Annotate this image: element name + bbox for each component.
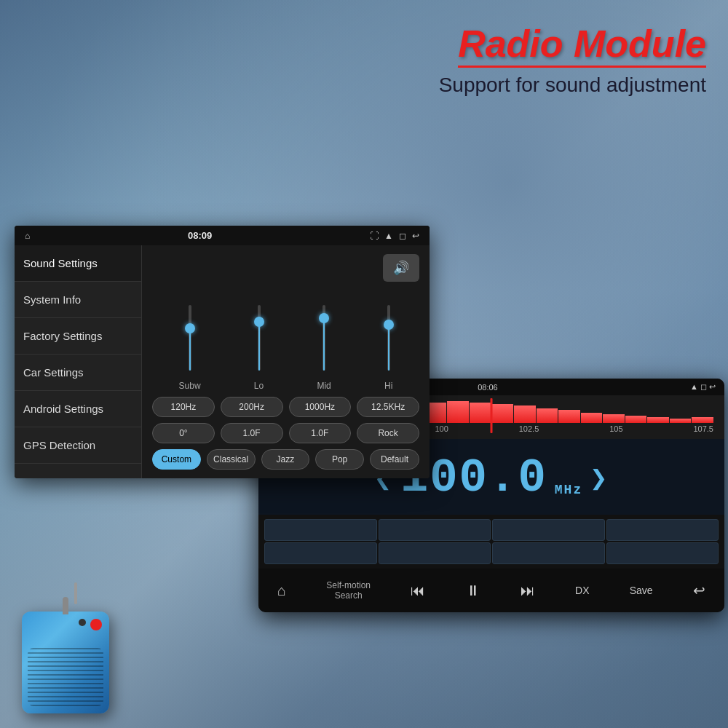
freq-cursor bbox=[491, 398, 493, 433]
home-button[interactable]: ⌂ bbox=[270, 578, 293, 604]
eq-mid: Mid bbox=[317, 305, 331, 391]
default-button[interactable]: Default bbox=[370, 449, 419, 470]
speaker-control-button[interactable] bbox=[79, 619, 86, 626]
freq-1000hz-button[interactable]: 1000Hz bbox=[289, 397, 352, 417]
hi-slider-track[interactable] bbox=[387, 305, 390, 371]
speaker-box bbox=[22, 612, 109, 713]
preset-jazz-button[interactable]: Jazz bbox=[261, 449, 310, 470]
freq-bar-9 bbox=[447, 401, 469, 423]
preset-slot-8[interactable] bbox=[606, 542, 719, 564]
freq-bar-12 bbox=[514, 405, 536, 423]
freq-bar-14 bbox=[558, 410, 580, 423]
freq-buttons-row: 120Hz 200Hz 1000Hz 12.5KHz bbox=[152, 397, 419, 417]
freq-bar-18 bbox=[647, 417, 669, 423]
preset-slot-6[interactable] bbox=[379, 542, 491, 564]
prev-button[interactable]: ⏮ bbox=[403, 578, 432, 604]
preset-classical-button[interactable]: Classical bbox=[207, 449, 256, 470]
next-button[interactable]: ⏭ bbox=[513, 578, 542, 604]
eq-subwoofer: Subw bbox=[179, 305, 201, 391]
setting-rock-button[interactable]: Rock bbox=[357, 423, 419, 443]
speaker-icon: 🔊 bbox=[393, 261, 409, 275]
freq-120hz-button[interactable]: 120Hz bbox=[152, 397, 215, 417]
save-button[interactable]: Save bbox=[622, 580, 660, 601]
freq-bar-20 bbox=[692, 417, 713, 423]
self-motion-button[interactable]: Self-motionSearch bbox=[319, 576, 378, 605]
sound-settings-panel: ⌂ 08:09 ⛶ ▲ ◻ ↩ Sound Settings System In… bbox=[15, 226, 430, 478]
dx-button[interactable]: DX bbox=[568, 580, 596, 601]
radio-status-nav: ▲ ◻ ↩ bbox=[690, 382, 716, 392]
main-content: 🔊 Subw Lo bbox=[142, 245, 430, 478]
preset-default-row: Custom Classical Jazz Pop Default bbox=[152, 449, 419, 470]
freq-bar-19 bbox=[670, 419, 692, 423]
preset-pop-button[interactable]: Pop bbox=[315, 449, 364, 470]
bottom-controls: ⌂ Self-motionSearch ⏮ ⏸ ⏭ DX Save ↩ bbox=[258, 569, 724, 612]
scale-102-5: 102.5 bbox=[519, 424, 539, 433]
sidebar-item-sound-settings[interactable]: Sound Settings bbox=[15, 245, 141, 282]
status-time: 08:09 bbox=[188, 230, 212, 241]
setting-1f2-button[interactable]: 1.0F bbox=[289, 423, 352, 443]
preset-slot-1[interactable] bbox=[264, 519, 377, 541]
preset-slot-2[interactable] bbox=[379, 519, 491, 541]
speaker-grill bbox=[28, 648, 103, 706]
pause-button[interactable]: ⏸ bbox=[459, 578, 488, 604]
preset-slot-3[interactable] bbox=[492, 519, 605, 541]
sidebar-item-factory-settings[interactable]: Factory Settings bbox=[15, 318, 141, 355]
status-right: ⛶ ▲ ◻ ↩ bbox=[370, 231, 419, 241]
mid-label: Mid bbox=[317, 381, 331, 391]
back-button[interactable]: ↩ bbox=[686, 577, 713, 604]
mid-slider-track[interactable] bbox=[323, 305, 325, 371]
speaker-device bbox=[22, 612, 109, 713]
home-icon: ⌂ bbox=[25, 231, 30, 241]
speaker-handle bbox=[63, 597, 68, 614]
self-motion-group: Self-motionSearch bbox=[319, 576, 378, 605]
freq-bar-16 bbox=[603, 414, 625, 423]
scale-107-5: 107.5 bbox=[693, 424, 713, 433]
bluetooth-icon: ⛶ bbox=[370, 231, 379, 241]
window-icon: ◻ bbox=[399, 231, 406, 241]
sidebar-item-system-info[interactable]: System Info bbox=[15, 282, 141, 318]
freq-bar-15 bbox=[581, 413, 603, 423]
preset-slot-4[interactable] bbox=[606, 519, 719, 541]
scale-100: 100 bbox=[435, 424, 448, 433]
eq-area: Subw Lo Mid bbox=[152, 289, 419, 391]
back-icon[interactable]: ↩ bbox=[412, 231, 419, 241]
page-title: Radio Module bbox=[458, 22, 706, 68]
scale-105: 105 bbox=[609, 424, 622, 433]
settings-row: 0° 1.0F 1.0F Rock bbox=[152, 423, 419, 443]
freq-right-arrow[interactable]: ❯ bbox=[590, 461, 609, 496]
freq-unit: MHz bbox=[555, 483, 582, 497]
preset-grid bbox=[258, 515, 724, 569]
speaker-power-button[interactable] bbox=[90, 619, 102, 630]
radio-status-time: 08:06 bbox=[478, 383, 498, 392]
setting-1f-button[interactable]: 1.0F bbox=[221, 423, 283, 443]
speaker-antenna bbox=[74, 582, 77, 604]
freq-200hz-button[interactable]: 200Hz bbox=[221, 397, 283, 417]
status-bar: ⌂ 08:09 ⛶ ▲ ◻ ↩ bbox=[15, 226, 430, 245]
freq-bar-17 bbox=[625, 416, 647, 423]
setting-0deg-button[interactable]: 0° bbox=[152, 423, 215, 443]
sidebar-item-car-settings[interactable]: Car Settings bbox=[15, 355, 141, 391]
sidebar: Sound Settings System Info Factory Setti… bbox=[15, 245, 142, 478]
eq-low: Lo bbox=[254, 305, 264, 391]
status-left: ⌂ bbox=[25, 231, 30, 241]
sidebar-item-gps-detection[interactable]: GPS Detection bbox=[15, 427, 141, 464]
freq-bar-13 bbox=[537, 408, 558, 423]
sidebar-item-android-settings[interactable]: Android Settings bbox=[15, 391, 141, 427]
preset-custom-button[interactable]: Custom bbox=[152, 449, 201, 470]
lo-label: Lo bbox=[254, 381, 264, 391]
eq-high: Hi bbox=[384, 305, 392, 391]
preset-slot-5[interactable] bbox=[264, 542, 377, 564]
wifi-icon: ▲ bbox=[384, 231, 393, 241]
panel-body: Sound Settings System Info Factory Setti… bbox=[15, 245, 430, 478]
freq-bar-11 bbox=[491, 404, 513, 423]
page-subtitle: Support for sound adjustment bbox=[439, 74, 706, 97]
freq-12khz-button[interactable]: 12.5KHz bbox=[357, 397, 419, 417]
subw-slider-track[interactable] bbox=[189, 305, 191, 371]
subw-label: Subw bbox=[179, 381, 201, 391]
lo-slider-track[interactable] bbox=[258, 305, 261, 371]
freq-bar-10 bbox=[470, 403, 491, 423]
speaker-button[interactable]: 🔊 bbox=[383, 254, 419, 282]
title-area: Radio Module Support for sound adjustmen… bbox=[439, 22, 706, 97]
hi-label: Hi bbox=[384, 381, 392, 391]
preset-slot-7[interactable] bbox=[492, 542, 605, 564]
